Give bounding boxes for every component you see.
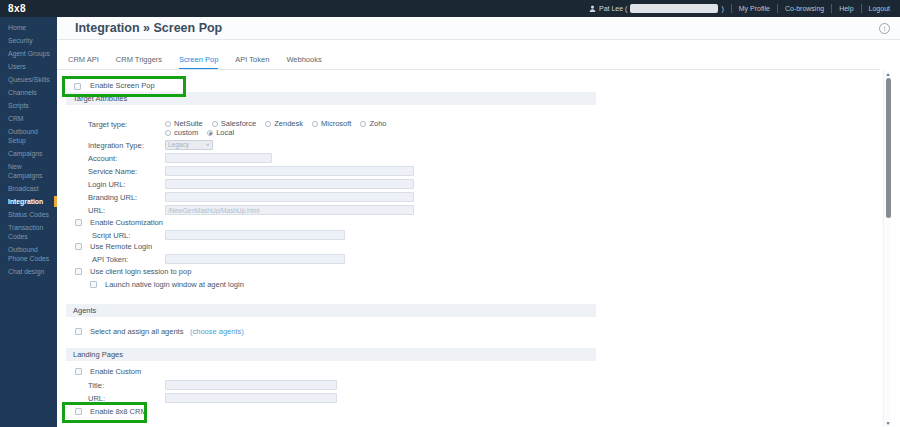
integration-type-label: Integration Type: xyxy=(88,141,144,150)
user-name-close: ) xyxy=(721,5,723,12)
radio-salesforce-label: Salesforce xyxy=(221,119,256,128)
sidebar-item-agent-groups[interactable]: Agent Groups xyxy=(0,47,57,60)
topbar: 8x8 Pat Lee () My Profile Co-browsing He… xyxy=(0,0,900,17)
integration-type-select[interactable]: Legacy ∨ xyxy=(165,140,213,150)
sidebar-item-security[interactable]: Security xyxy=(0,34,57,47)
enable-screen-pop-label: Enable Screen Pop xyxy=(90,81,155,90)
radio-custom[interactable]: custom xyxy=(165,128,198,137)
divider xyxy=(831,4,832,13)
url-input[interactable] xyxy=(165,205,414,215)
vertical-scrollbar[interactable]: ▲ ▼ xyxy=(883,70,891,427)
radio-icon xyxy=(312,121,318,127)
sidebar-item-queues-skills[interactable]: Queues/Skills xyxy=(0,73,57,86)
radio-zoho[interactable]: Zoho xyxy=(360,119,386,128)
sidebar-item-crm[interactable]: CRM xyxy=(0,112,57,125)
tab-bar: CRM API CRM Triggers Screen Pop API Toke… xyxy=(68,55,322,70)
section-target-attributes: Target Attributes xyxy=(66,92,596,105)
radio-selected-icon xyxy=(207,130,213,136)
select-all-agents-label: Select and assign all agents xyxy=(90,327,183,336)
sidebar-item-users[interactable]: Users xyxy=(0,60,57,73)
sidebar-item-campaigns[interactable]: Campaigns xyxy=(0,147,57,160)
sidebar-item-status-codes[interactable]: Status Codes xyxy=(0,208,57,221)
radio-icon xyxy=(165,121,171,127)
sidebar-item-integration[interactable]: Integration xyxy=(0,195,57,208)
sidebar-item-chat-design[interactable]: Chat design xyxy=(0,265,57,278)
branding-url-input[interactable] xyxy=(165,192,414,202)
custom-title-label: Title: xyxy=(88,381,104,390)
page-header: Integration » Screen Pop i xyxy=(57,17,900,40)
use-client-login-session-label: Use client login session to pop xyxy=(90,267,191,276)
launch-native-login-checkbox[interactable] xyxy=(90,281,97,288)
sidebar-item-outbound-phone-codes[interactable]: Outbound Phone Codes xyxy=(0,243,57,265)
account-input[interactable] xyxy=(165,153,272,163)
divider xyxy=(777,4,778,13)
url-label: URL: xyxy=(88,206,105,215)
choose-agents-link[interactable]: (choose agents) xyxy=(190,327,244,336)
use-remote-login-checkbox[interactable] xyxy=(75,243,82,250)
divider xyxy=(861,4,862,13)
use-remote-login-label: Use Remote Login xyxy=(90,242,152,251)
integration-type-value: Legacy xyxy=(168,141,189,149)
help-link[interactable]: Help xyxy=(839,5,853,12)
radio-microsoft[interactable]: Microsoft xyxy=(312,119,351,128)
tab-crm-triggers[interactable]: CRM Triggers xyxy=(116,55,162,70)
select-all-agents-checkbox[interactable] xyxy=(75,328,82,335)
scrollbar-thumb[interactable] xyxy=(886,78,891,218)
redacted-tenant-name xyxy=(630,4,718,13)
custom-title-input[interactable] xyxy=(165,380,337,390)
radio-zoho-label: Zoho xyxy=(369,119,386,128)
service-name-input[interactable] xyxy=(165,166,414,176)
my-profile-link[interactable]: My Profile xyxy=(739,5,770,12)
radio-zendesk-label: Zendesk xyxy=(274,119,303,128)
info-icon[interactable]: i xyxy=(879,23,890,34)
radio-zendesk[interactable]: Zendesk xyxy=(265,119,303,128)
sidebar-item-scripts[interactable]: Scripts xyxy=(0,99,57,112)
branding-url-label: Branding URL: xyxy=(88,193,137,202)
radio-local[interactable]: Local xyxy=(207,128,234,137)
tab-api-token[interactable]: API Token xyxy=(235,55,269,70)
enable-custom-checkbox[interactable] xyxy=(75,368,82,375)
script-url-label: Script URL: xyxy=(92,231,130,240)
main-content: CRM API CRM Triggers Screen Pop API Toke… xyxy=(57,40,900,427)
enable-8x8-crm-checkbox[interactable] xyxy=(75,408,82,415)
sidebar-item-outbound-setup[interactable]: Outbound Setup xyxy=(0,125,57,147)
tab-screen-pop[interactable]: Screen Pop xyxy=(179,55,218,70)
radio-icon xyxy=(165,130,171,136)
enable-8x8-crm-label: Enable 8x8 CRM xyxy=(90,407,147,416)
radio-local-label: Local xyxy=(216,128,234,137)
tab-webhooks[interactable]: Webhooks xyxy=(286,55,321,70)
current-user[interactable]: Pat Lee () xyxy=(589,4,724,13)
enable-customization-checkbox[interactable] xyxy=(75,219,82,226)
api-token-input[interactable] xyxy=(165,254,345,264)
login-url-label: Login URL: xyxy=(88,180,126,189)
target-type-radio-group: NetSuite Salesforce Zendesk Microsoft Zo… xyxy=(165,119,387,137)
sidebar-item-home[interactable]: Home xyxy=(0,21,57,34)
tab-crm-api[interactable]: CRM API xyxy=(68,55,99,70)
scroll-down-icon[interactable]: ▼ xyxy=(884,420,892,426)
use-client-login-session-checkbox[interactable] xyxy=(75,268,82,275)
topbar-right: Pat Lee () My Profile Co-browsing Help L… xyxy=(589,4,900,13)
account-label: Account: xyxy=(88,154,117,163)
person-icon xyxy=(589,5,596,12)
sidebar-item-channels[interactable]: Channels xyxy=(0,86,57,99)
radio-netsuite[interactable]: NetSuite xyxy=(165,119,203,128)
tab-bar-divider xyxy=(57,69,880,70)
custom-url-label: URL: xyxy=(88,394,105,403)
radio-salesforce[interactable]: Salesforce xyxy=(212,119,256,128)
custom-url-input[interactable] xyxy=(165,393,337,403)
user-name: Pat Lee ( xyxy=(599,5,627,12)
section-landing-pages: Landing Pages xyxy=(66,348,596,361)
radio-custom-label: custom xyxy=(174,128,198,137)
scroll-up-icon[interactable]: ▲ xyxy=(884,71,892,77)
enable-custom-label: Enable Custom xyxy=(90,367,141,376)
co-browsing-link[interactable]: Co-browsing xyxy=(785,5,824,12)
script-url-input[interactable] xyxy=(165,230,345,240)
logout-link[interactable]: Logout xyxy=(869,5,890,12)
login-url-input[interactable] xyxy=(165,179,414,189)
chevron-down-icon: ∨ xyxy=(206,142,210,148)
sidebar-item-broadcast[interactable]: Broadcast xyxy=(0,182,57,195)
radio-icon xyxy=(212,121,218,127)
enable-screen-pop-checkbox[interactable] xyxy=(74,83,81,90)
sidebar-item-transaction-codes[interactable]: Transaction Codes xyxy=(0,221,57,243)
sidebar-item-new-campaigns[interactable]: New Campaigns xyxy=(0,160,57,182)
